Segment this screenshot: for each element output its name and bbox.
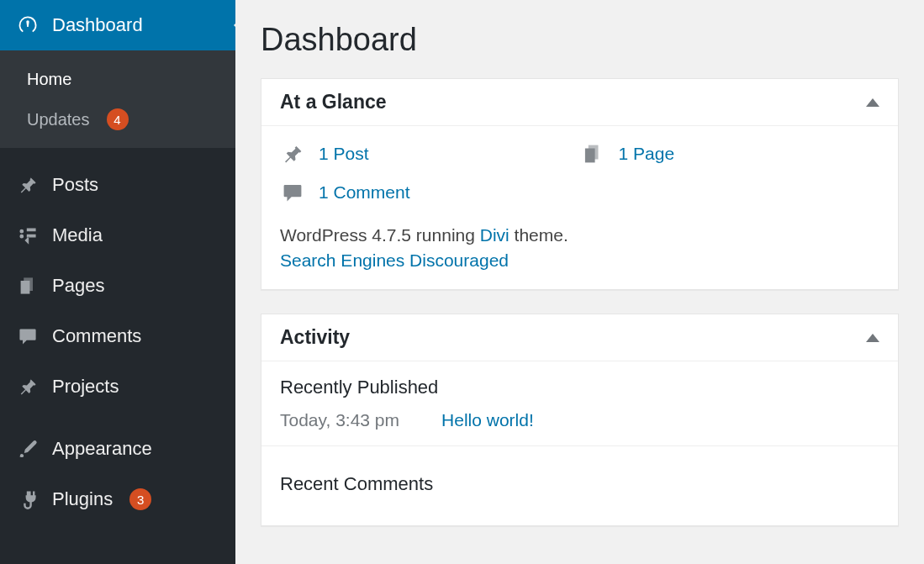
- recent-post-time: Today, 3:43 pm: [280, 410, 399, 430]
- glance-pages: 1 Page: [580, 141, 880, 166]
- plug-icon: [15, 487, 40, 512]
- sidebar-item-plugins[interactable]: Plugins 3: [0, 474, 235, 524]
- sidebar-item-label: Dashboard: [52, 14, 143, 36]
- dashboard-submenu: Home Updates 4: [0, 50, 235, 148]
- sidebar-item-comments[interactable]: Comments: [0, 311, 235, 361]
- main-content: Dashboard At a Glance 1 Post 1 Page: [235, 0, 924, 564]
- pin-icon: [280, 141, 305, 166]
- pages-icon: [15, 273, 40, 298]
- sidebar-item-label: Media: [52, 224, 103, 246]
- activity-title: Activity: [280, 326, 350, 349]
- comments-icon: [15, 324, 40, 349]
- sidebar-item-media[interactable]: Media: [0, 210, 235, 261]
- activity-header[interactable]: Activity: [261, 314, 898, 361]
- sidebar-item-appearance[interactable]: Appearance: [0, 424, 235, 474]
- submenu-item-updates[interactable]: Updates 4: [0, 99, 235, 140]
- brush-icon: [15, 436, 40, 461]
- admin-sidebar: Dashboard Home Updates 4 Posts Media Pag…: [0, 0, 235, 564]
- theme-link[interactable]: Divi: [480, 225, 510, 245]
- sidebar-item-pages[interactable]: Pages: [0, 261, 235, 311]
- seo-discouraged-link[interactable]: Search Engines Discouraged: [280, 250, 509, 271]
- plugins-badge: 3: [129, 488, 151, 510]
- submenu-item-label: Updates: [27, 110, 90, 129]
- submenu-item-home[interactable]: Home: [0, 59, 235, 99]
- recent-comments-heading: Recent Comments: [280, 473, 879, 507]
- comments-icon: [280, 180, 305, 205]
- pages-icon: [580, 141, 605, 166]
- sidebar-item-label: Appearance: [52, 438, 152, 460]
- page-title: Dashboard: [261, 22, 899, 58]
- pin-icon: [15, 374, 40, 399]
- at-a-glance-box: At a Glance 1 Post 1 Page: [261, 78, 899, 290]
- collapse-icon[interactable]: [866, 98, 879, 107]
- sidebar-item-label: Posts: [52, 174, 98, 196]
- dashboard-icon: [15, 13, 40, 38]
- submenu-item-label: Home: [27, 70, 71, 89]
- sidebar-item-label: Projects: [52, 376, 119, 398]
- glance-comments: 1 Comment: [280, 180, 580, 205]
- at-a-glance-title: At a Glance: [280, 91, 387, 113]
- sidebar-item-posts[interactable]: Posts: [0, 160, 235, 210]
- sidebar-item-label: Comments: [52, 325, 141, 347]
- glance-posts-link[interactable]: 1 Post: [319, 144, 369, 164]
- media-icon: [15, 223, 40, 248]
- sidebar-item-label: Pages: [52, 275, 104, 297]
- recently-published-heading: Recently Published: [280, 377, 879, 410]
- collapse-icon[interactable]: [866, 334, 879, 342]
- wp-version-suffix: theme.: [510, 225, 568, 245]
- pin-icon: [15, 172, 40, 198]
- wp-version-prefix: WordPress 4.7.5 running: [280, 225, 480, 245]
- glance-comments-link[interactable]: 1 Comment: [319, 182, 410, 203]
- sidebar-item-label: Plugins: [52, 488, 113, 510]
- recent-post-link[interactable]: Hello world!: [441, 410, 534, 430]
- at-a-glance-header[interactable]: At a Glance: [261, 79, 898, 126]
- sidebar-item-dashboard[interactable]: Dashboard: [0, 0, 235, 50]
- wp-version-line: WordPress 4.7.5 running Divi theme.: [280, 225, 879, 245]
- activity-box: Activity Recently Published Today, 3:43 …: [261, 314, 899, 526]
- sidebar-item-projects[interactable]: Projects: [0, 361, 235, 412]
- glance-pages-link[interactable]: 1 Page: [619, 144, 675, 164]
- recent-post-row: Today, 3:43 pm Hello world!: [280, 410, 879, 445]
- updates-badge: 4: [107, 108, 129, 130]
- glance-posts: 1 Post: [280, 141, 580, 166]
